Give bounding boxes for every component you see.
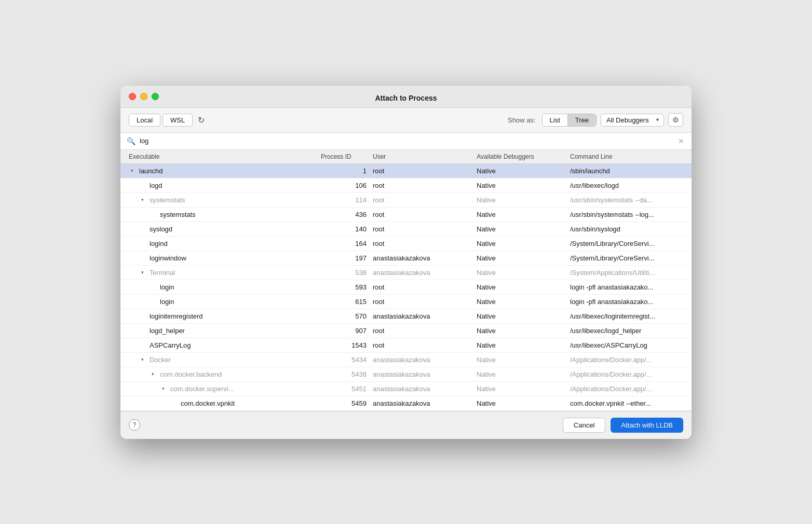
table-row[interactable]: loginitemregisterd570anastasiakazakovaNa… [120, 309, 692, 324]
table-row[interactable]: logd106rootNative/usr/libexec/logd [120, 178, 692, 193]
user-cell: anastasiakazakova [371, 253, 475, 263]
pid-cell: 5459 [319, 398, 371, 408]
pid-cell: 570 [319, 311, 371, 321]
debuggers-cell: Native [475, 311, 568, 321]
pid-cell: 1543 [319, 340, 371, 350]
debuggers-cell: Native [475, 224, 568, 234]
attach-button[interactable]: Attach with LLDB [611, 418, 683, 433]
footer-actions: Cancel Attach with LLDB [563, 418, 683, 433]
refresh-button[interactable]: ↻ [195, 113, 208, 127]
user-cell: anastasiakazakova [371, 398, 475, 408]
process-table[interactable]: ▾launchd1rootNative/sbin/launchdlogd106r… [120, 164, 692, 411]
search-clear-button[interactable]: ✕ [677, 136, 685, 146]
pid-cell: 615 [319, 297, 371, 307]
pid-cell: 593 [319, 282, 371, 292]
debuggers-cell: Native [475, 369, 568, 379]
pid-cell: 106 [319, 181, 371, 190]
user-cell: root [371, 326, 475, 336]
command-cell: /usr/libexec/ASPCarryLog [568, 340, 685, 350]
chevron-icon[interactable]: ▾ [141, 357, 147, 362]
chevron-icon[interactable]: ▾ [141, 270, 147, 275]
pid-cell: 907 [319, 326, 371, 336]
executable-name: Docker [150, 356, 171, 364]
executable-name: loginwindow [150, 254, 186, 262]
chevron-icon[interactable]: ▾ [152, 371, 158, 377]
table-row[interactable]: syslogd140rootNative/usr/sbin/syslogd [120, 222, 692, 237]
minimize-button[interactable] [140, 93, 147, 100]
table-row[interactable]: ASPCarryLog1543rootNative/usr/libexec/AS… [120, 338, 692, 353]
debuggers-cell: Native [475, 268, 568, 278]
command-cell: login -pfl anastasiakazako... [568, 282, 685, 292]
user-cell: anastasiakazakova [371, 311, 475, 321]
col-header-command: Command Line [568, 152, 685, 161]
table-row[interactable]: loginwindow197anastasiakazakovaNative/Sy… [120, 251, 692, 266]
debuggers-cell: Native [475, 355, 568, 365]
maximize-button[interactable] [152, 93, 159, 100]
user-cell: anastasiakazakova [371, 384, 475, 394]
user-cell: anastasiakazakova [371, 355, 475, 365]
executable-name: launchd [139, 167, 163, 175]
title-bar: Attach to Process [120, 86, 692, 108]
attach-to-process-dialog: Attach to Process Local WSL ↻ Show as: L… [120, 86, 692, 439]
help-button[interactable]: ? [129, 419, 140, 431]
debuggers-cell: Native [475, 297, 568, 307]
executable-name: login [160, 283, 174, 291]
command-cell: com.docker.vpnkit --ether... [568, 398, 685, 408]
search-input[interactable] [140, 137, 673, 145]
debuggers-cell: Native [475, 239, 568, 249]
chevron-icon[interactable]: ▾ [131, 168, 137, 173]
close-button[interactable] [129, 93, 136, 100]
col-header-debuggers: Available Debuggers [475, 152, 568, 161]
user-cell: root [371, 282, 475, 292]
executable-name: systemstats [150, 196, 185, 204]
command-cell: /System/Library/CoreServi... [568, 253, 685, 263]
debuggers-cell: Native [475, 253, 568, 263]
table-row[interactable]: ▾com.docker.backend5438anastasiakazakova… [120, 367, 692, 382]
toolbar: Local WSL ↻ Show as: List Tree All Debug… [120, 108, 692, 133]
list-view-button[interactable]: List [543, 114, 567, 126]
table-row[interactable]: ▾Terminal538anastasiakazakovaNative/Syst… [120, 266, 692, 280]
executable-name: com.docker.backend [160, 370, 222, 378]
user-cell: root [371, 297, 475, 307]
executable-name: loginitemregisterd [150, 312, 203, 320]
table-row[interactable]: systemstats436rootNative/usr/sbin/system… [120, 208, 692, 222]
chevron-icon[interactable]: ▾ [141, 197, 147, 202]
command-cell: /System/Applications/Utiliti... [568, 268, 685, 278]
debuggers-cell: Native [475, 398, 568, 408]
table-row[interactable]: ▾launchd1rootNative/sbin/launchd [120, 164, 692, 178]
pid-cell: 164 [319, 239, 371, 249]
pid-cell: 538 [319, 268, 371, 278]
search-icon: 🔍 [127, 137, 136, 145]
user-cell: anastasiakazakova [371, 268, 475, 278]
user-cell: root [371, 340, 475, 350]
table-row[interactable]: login615rootNativelogin -pfl anastasiaka… [120, 295, 692, 309]
pid-cell: 5451 [319, 384, 371, 394]
user-cell: root [371, 166, 475, 176]
command-cell: /System/Library/CoreServi... [568, 239, 685, 249]
executable-name: systemstats [160, 211, 196, 218]
settings-button[interactable]: ⚙ [668, 113, 683, 127]
executable-name: syslogd [150, 225, 172, 233]
executable-name: logd_helper [150, 327, 185, 335]
tree-view-button[interactable]: Tree [567, 114, 596, 126]
user-cell: root [371, 239, 475, 249]
table-row[interactable]: ▾Docker5434anastasiakazakovaNative/Appli… [120, 353, 692, 367]
user-cell: root [371, 210, 475, 219]
cancel-button[interactable]: Cancel [563, 418, 605, 433]
chevron-icon[interactable]: ▾ [162, 386, 168, 391]
table-row[interactable]: login593rootNativelogin -pfl anastasiaka… [120, 280, 692, 295]
table-row[interactable]: logd_helper907rootNative/usr/libexec/log… [120, 324, 692, 338]
debuggers-cell: Native [475, 326, 568, 336]
table-row[interactable]: ▾com.docker.supervi...5451anastasiakazak… [120, 382, 692, 396]
col-header-user: User [371, 152, 475, 161]
wsl-button[interactable]: WSL [163, 114, 193, 127]
local-button[interactable]: Local [129, 114, 160, 127]
table-row[interactable]: logind164rootNative/System/Library/CoreS… [120, 237, 692, 251]
debugger-select[interactable]: All Debuggers Native LLDB GDB [601, 114, 664, 127]
debuggers-cell: Native [475, 384, 568, 394]
view-segment-control: List Tree [542, 114, 597, 127]
search-bar: 🔍 ✕ [120, 133, 692, 150]
executable-name: com.docker.vpnkit [181, 399, 235, 407]
table-row[interactable]: com.docker.vpnkit5459anastasiakazakovaNa… [120, 396, 692, 411]
table-row[interactable]: ▾systemstats114rootNative/usr/sbin/syste… [120, 193, 692, 208]
